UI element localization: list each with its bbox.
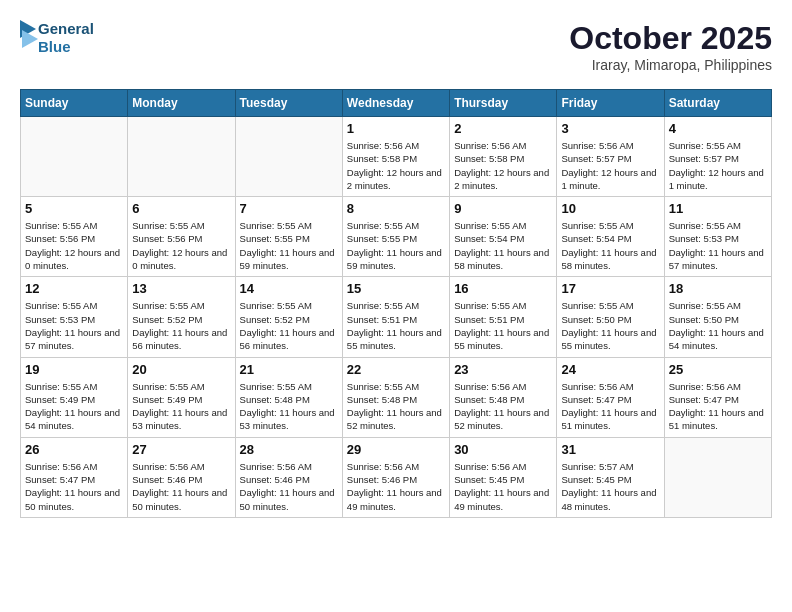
- calendar-cell: 24Sunrise: 5:56 AMSunset: 5:47 PMDayligh…: [557, 357, 664, 437]
- day-info: Sunrise: 5:55 AMSunset: 5:53 PMDaylight:…: [669, 219, 767, 272]
- week-row-3: 12Sunrise: 5:55 AMSunset: 5:53 PMDayligh…: [21, 277, 772, 357]
- calendar-cell: [128, 117, 235, 197]
- day-number: 10: [561, 201, 659, 216]
- calendar-cell: 20Sunrise: 5:55 AMSunset: 5:49 PMDayligh…: [128, 357, 235, 437]
- day-info: Sunrise: 5:55 AMSunset: 5:51 PMDaylight:…: [347, 299, 445, 352]
- calendar-cell: 30Sunrise: 5:56 AMSunset: 5:45 PMDayligh…: [450, 437, 557, 517]
- main-title: October 2025: [569, 20, 772, 57]
- day-info: Sunrise: 5:56 AMSunset: 5:58 PMDaylight:…: [347, 139, 445, 192]
- day-number: 16: [454, 281, 552, 296]
- calendar-cell: [235, 117, 342, 197]
- calendar-cell: 27Sunrise: 5:56 AMSunset: 5:46 PMDayligh…: [128, 437, 235, 517]
- day-number: 13: [132, 281, 230, 296]
- calendar-cell: 16Sunrise: 5:55 AMSunset: 5:51 PMDayligh…: [450, 277, 557, 357]
- day-info: Sunrise: 5:55 AMSunset: 5:54 PMDaylight:…: [454, 219, 552, 272]
- calendar-cell: 8Sunrise: 5:55 AMSunset: 5:55 PMDaylight…: [342, 197, 449, 277]
- logo-text-block: General Blue: [38, 20, 94, 56]
- day-info: Sunrise: 5:55 AMSunset: 5:55 PMDaylight:…: [240, 219, 338, 272]
- day-info: Sunrise: 5:55 AMSunset: 5:48 PMDaylight:…: [347, 380, 445, 433]
- day-info: Sunrise: 5:55 AMSunset: 5:51 PMDaylight:…: [454, 299, 552, 352]
- day-info: Sunrise: 5:56 AMSunset: 5:45 PMDaylight:…: [454, 460, 552, 513]
- logo-blue: Blue: [38, 38, 94, 56]
- day-number: 31: [561, 442, 659, 457]
- day-info: Sunrise: 5:56 AMSunset: 5:47 PMDaylight:…: [25, 460, 123, 513]
- day-number: 3: [561, 121, 659, 136]
- day-number: 12: [25, 281, 123, 296]
- calendar-cell: 10Sunrise: 5:55 AMSunset: 5:54 PMDayligh…: [557, 197, 664, 277]
- day-info: Sunrise: 5:56 AMSunset: 5:46 PMDaylight:…: [347, 460, 445, 513]
- calendar-header-row: SundayMondayTuesdayWednesdayThursdayFrid…: [21, 90, 772, 117]
- day-number: 23: [454, 362, 552, 377]
- day-number: 8: [347, 201, 445, 216]
- calendar-cell: 26Sunrise: 5:56 AMSunset: 5:47 PMDayligh…: [21, 437, 128, 517]
- header-sunday: Sunday: [21, 90, 128, 117]
- day-number: 1: [347, 121, 445, 136]
- day-info: Sunrise: 5:55 AMSunset: 5:53 PMDaylight:…: [25, 299, 123, 352]
- calendar-cell: 2Sunrise: 5:56 AMSunset: 5:58 PMDaylight…: [450, 117, 557, 197]
- calendar-cell: 3Sunrise: 5:56 AMSunset: 5:57 PMDaylight…: [557, 117, 664, 197]
- calendar-cell: 28Sunrise: 5:56 AMSunset: 5:46 PMDayligh…: [235, 437, 342, 517]
- calendar-cell: 9Sunrise: 5:55 AMSunset: 5:54 PMDaylight…: [450, 197, 557, 277]
- page-header: General Blue October 2025 Iraray, Mimaro…: [20, 20, 772, 73]
- svg-marker-1: [22, 30, 38, 48]
- day-info: Sunrise: 5:56 AMSunset: 5:46 PMDaylight:…: [240, 460, 338, 513]
- day-info: Sunrise: 5:56 AMSunset: 5:57 PMDaylight:…: [561, 139, 659, 192]
- day-number: 4: [669, 121, 767, 136]
- calendar-cell: 19Sunrise: 5:55 AMSunset: 5:49 PMDayligh…: [21, 357, 128, 437]
- calendar-cell: 23Sunrise: 5:56 AMSunset: 5:48 PMDayligh…: [450, 357, 557, 437]
- day-number: 17: [561, 281, 659, 296]
- day-info: Sunrise: 5:55 AMSunset: 5:50 PMDaylight:…: [669, 299, 767, 352]
- day-info: Sunrise: 5:55 AMSunset: 5:57 PMDaylight:…: [669, 139, 767, 192]
- day-number: 5: [25, 201, 123, 216]
- day-number: 19: [25, 362, 123, 377]
- calendar-cell: 31Sunrise: 5:57 AMSunset: 5:45 PMDayligh…: [557, 437, 664, 517]
- logo-flag-icon: [20, 20, 38, 56]
- calendar-cell: 22Sunrise: 5:55 AMSunset: 5:48 PMDayligh…: [342, 357, 449, 437]
- week-row-4: 19Sunrise: 5:55 AMSunset: 5:49 PMDayligh…: [21, 357, 772, 437]
- day-number: 6: [132, 201, 230, 216]
- day-number: 30: [454, 442, 552, 457]
- day-info: Sunrise: 5:57 AMSunset: 5:45 PMDaylight:…: [561, 460, 659, 513]
- header-thursday: Thursday: [450, 90, 557, 117]
- calendar-cell: 5Sunrise: 5:55 AMSunset: 5:56 PMDaylight…: [21, 197, 128, 277]
- header-friday: Friday: [557, 90, 664, 117]
- day-info: Sunrise: 5:55 AMSunset: 5:55 PMDaylight:…: [347, 219, 445, 272]
- day-number: 15: [347, 281, 445, 296]
- day-number: 25: [669, 362, 767, 377]
- header-monday: Monday: [128, 90, 235, 117]
- title-block: October 2025 Iraray, Mimaropa, Philippin…: [569, 20, 772, 73]
- day-info: Sunrise: 5:55 AMSunset: 5:56 PMDaylight:…: [25, 219, 123, 272]
- day-number: 29: [347, 442, 445, 457]
- day-info: Sunrise: 5:56 AMSunset: 5:48 PMDaylight:…: [454, 380, 552, 433]
- day-number: 22: [347, 362, 445, 377]
- calendar-cell: 15Sunrise: 5:55 AMSunset: 5:51 PMDayligh…: [342, 277, 449, 357]
- day-number: 11: [669, 201, 767, 216]
- day-number: 20: [132, 362, 230, 377]
- calendar-cell: 18Sunrise: 5:55 AMSunset: 5:50 PMDayligh…: [664, 277, 771, 357]
- day-info: Sunrise: 5:55 AMSunset: 5:56 PMDaylight:…: [132, 219, 230, 272]
- calendar-cell: 12Sunrise: 5:55 AMSunset: 5:53 PMDayligh…: [21, 277, 128, 357]
- logo: General Blue: [20, 20, 94, 56]
- day-info: Sunrise: 5:56 AMSunset: 5:46 PMDaylight:…: [132, 460, 230, 513]
- logo-wrapper: General Blue: [20, 20, 94, 56]
- day-info: Sunrise: 5:56 AMSunset: 5:58 PMDaylight:…: [454, 139, 552, 192]
- day-info: Sunrise: 5:55 AMSunset: 5:49 PMDaylight:…: [132, 380, 230, 433]
- day-number: 9: [454, 201, 552, 216]
- subtitle: Iraray, Mimaropa, Philippines: [569, 57, 772, 73]
- week-row-1: 1Sunrise: 5:56 AMSunset: 5:58 PMDaylight…: [21, 117, 772, 197]
- calendar-cell: 14Sunrise: 5:55 AMSunset: 5:52 PMDayligh…: [235, 277, 342, 357]
- day-number: 27: [132, 442, 230, 457]
- day-info: Sunrise: 5:55 AMSunset: 5:50 PMDaylight:…: [561, 299, 659, 352]
- week-row-5: 26Sunrise: 5:56 AMSunset: 5:47 PMDayligh…: [21, 437, 772, 517]
- day-info: Sunrise: 5:56 AMSunset: 5:47 PMDaylight:…: [669, 380, 767, 433]
- calendar-cell: 21Sunrise: 5:55 AMSunset: 5:48 PMDayligh…: [235, 357, 342, 437]
- calendar-cell: 7Sunrise: 5:55 AMSunset: 5:55 PMDaylight…: [235, 197, 342, 277]
- calendar-cell: 17Sunrise: 5:55 AMSunset: 5:50 PMDayligh…: [557, 277, 664, 357]
- day-number: 24: [561, 362, 659, 377]
- calendar-cell: 4Sunrise: 5:55 AMSunset: 5:57 PMDaylight…: [664, 117, 771, 197]
- day-info: Sunrise: 5:55 AMSunset: 5:52 PMDaylight:…: [240, 299, 338, 352]
- day-info: Sunrise: 5:56 AMSunset: 5:47 PMDaylight:…: [561, 380, 659, 433]
- day-number: 7: [240, 201, 338, 216]
- day-info: Sunrise: 5:55 AMSunset: 5:48 PMDaylight:…: [240, 380, 338, 433]
- calendar-cell: [664, 437, 771, 517]
